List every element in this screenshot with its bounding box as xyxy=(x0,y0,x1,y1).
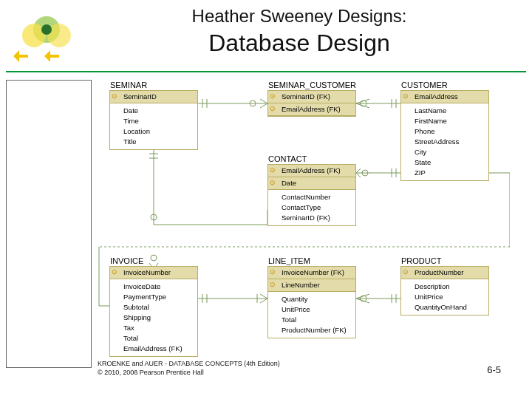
key-label: EmailAddress xyxy=(415,92,458,100)
svg-point-33 xyxy=(151,255,157,261)
svg-point-3 xyxy=(41,24,52,35)
attr-field: Phone xyxy=(401,126,488,137)
key-label: LineNumber xyxy=(282,281,320,289)
key-icon: ⊙ xyxy=(270,104,276,113)
attr-field: FirstName xyxy=(401,116,488,126)
key-label: ProductNumber xyxy=(415,268,464,276)
attr-field: QuantityOnHand xyxy=(401,302,488,313)
key-field: ⊙ProductNumber xyxy=(401,267,488,279)
key-label: InvoiceNumber xyxy=(123,268,171,276)
key-icon: ⊙ xyxy=(270,166,276,174)
attr-field: StreetAddress xyxy=(401,137,488,147)
attr-field: Time xyxy=(110,116,197,126)
key-label: Date xyxy=(282,179,296,187)
attr-list: ContactNumberContactTypeSeminarID (FK) xyxy=(268,190,355,225)
key-label: EmailAddress (FK) xyxy=(282,105,341,113)
entity-invoice: INVOICE⊙InvoiceNumberInvoiceDatePaymentT… xyxy=(109,266,198,357)
footer-line2: © 2010, 2008 Pearson Prentice Hall xyxy=(98,368,280,377)
key-icon: ⊙ xyxy=(270,280,276,289)
attr-list: DateTimeLocationTitle xyxy=(110,103,197,149)
page-number: 6-5 xyxy=(487,364,501,375)
entity-seminar: SEMINAR⊙SeminarIDDateTimeLocationTitle xyxy=(109,90,198,150)
key-icon: ⊙ xyxy=(112,267,117,276)
svg-line-37 xyxy=(260,294,267,299)
attr-field: EmailAddress (FK) xyxy=(110,344,197,354)
attr-field: ZIP xyxy=(401,168,488,178)
svg-line-43 xyxy=(356,299,369,303)
attr-field: PaymentType xyxy=(110,292,197,302)
title-line1: Heather Sweeney Designs: xyxy=(89,6,510,27)
attr-list: LastNameFirstNamePhoneStreetAddressCityS… xyxy=(401,103,488,180)
key-icon: ⊙ xyxy=(270,92,276,100)
attr-field: InvoiceDate xyxy=(110,282,197,292)
attr-field: Shipping xyxy=(110,313,197,323)
key-field: ⊙Date xyxy=(268,177,355,190)
entity-product: PRODUCT⊙ProductNumberDescriptionUnitPric… xyxy=(400,266,489,316)
key-label: InvoiceNumber (FK) xyxy=(282,268,344,276)
key-field: ⊙SeminarID (FK) xyxy=(268,91,355,103)
attr-list: DescriptionUnitPriceQuantityOnHand xyxy=(401,279,488,315)
title-line2: Database Design xyxy=(89,30,510,57)
entity-name: PRODUCT xyxy=(401,256,441,265)
key-field: ⊙EmailAddress (FK) xyxy=(268,165,355,177)
key-field: ⊙InvoiceNumber (FK) xyxy=(268,267,355,279)
entity-name: CUSTOMER xyxy=(401,81,448,89)
key-label: EmailAddress (FK) xyxy=(282,166,341,174)
footer-line1: KROENKE and AUER - DATABASE CONCEPTS (4t… xyxy=(98,359,280,368)
svg-line-8 xyxy=(260,99,267,103)
svg-line-38 xyxy=(260,299,267,303)
key-field: ⊙EmailAddress xyxy=(401,91,488,103)
attr-field: ContactNumber xyxy=(268,192,355,202)
attr-field: Quantity xyxy=(268,294,355,304)
attr-field: Description xyxy=(401,282,488,292)
attr-field: State xyxy=(401,157,488,168)
svg-line-27 xyxy=(356,173,361,177)
attr-field: Date xyxy=(110,106,197,116)
key-label: SeminarID xyxy=(123,92,157,100)
attr-field: SeminarID (FK) xyxy=(268,213,355,223)
key-field: ⊙LineNumber xyxy=(268,279,355,292)
svg-line-13 xyxy=(356,103,369,108)
entity-customer: CUSTOMER⊙EmailAddressLastNameFirstNamePh… xyxy=(400,90,489,181)
entity-name: LINE_ITEM xyxy=(268,256,310,265)
entity-name: SEMINAR xyxy=(110,81,147,89)
left-bullet-panel xyxy=(6,80,92,368)
attr-field: ContactType xyxy=(268,202,355,213)
attr-list: InvoiceDatePaymentTypeSubtotalShippingTa… xyxy=(110,279,197,356)
key-icon: ⊙ xyxy=(403,92,409,100)
entity-seminar_customer: SEMINAR_CUSTOMER⊙SeminarID (FK)⊙EmailAdd… xyxy=(267,90,356,117)
entity-contact: CONTACT⊙EmailAddress (FK)⊙DateContactNum… xyxy=(267,164,356,226)
attr-list: QuantityUnitPriceTotalProductNumber (FK) xyxy=(268,292,355,338)
key-icon: ⊙ xyxy=(112,92,117,100)
attr-field: Total xyxy=(268,315,355,325)
footer-citation: KROENKE and AUER - DATABASE CONCEPTS (4t… xyxy=(98,359,280,377)
key-label: SeminarID (FK) xyxy=(282,92,330,100)
attr-field: UnitPrice xyxy=(401,292,488,302)
attr-field: City xyxy=(401,147,488,157)
key-icon: ⊙ xyxy=(270,178,276,187)
key-icon: ⊙ xyxy=(270,267,276,276)
attr-field: Subtotal xyxy=(110,302,197,313)
key-field: ⊙SeminarID xyxy=(110,91,197,103)
svg-line-26 xyxy=(356,168,361,173)
logo-decoration xyxy=(13,13,80,65)
er-diagram: SEMINAR⊙SeminarIDDateTimeLocationTitleSE… xyxy=(96,77,510,365)
title-block: Heather Sweeney Designs: Database Design xyxy=(89,6,510,57)
entity-name: CONTACT xyxy=(268,154,307,163)
attr-field: LastName xyxy=(401,106,488,116)
svg-line-9 xyxy=(260,103,267,108)
divider-line xyxy=(6,71,526,72)
entity-name: INVOICE xyxy=(110,256,143,265)
entity-name: SEMINAR_CUSTOMER xyxy=(268,81,356,89)
svg-line-42 xyxy=(356,294,369,299)
key-field: ⊙InvoiceNumber xyxy=(110,267,197,279)
attr-field: ProductNumber (FK) xyxy=(268,325,355,335)
key-icon: ⊙ xyxy=(403,267,409,276)
attr-field: Location xyxy=(110,126,197,137)
attr-field: UnitPrice xyxy=(268,304,355,315)
svg-line-12 xyxy=(356,99,369,103)
attr-field: Title xyxy=(110,137,197,147)
entity-line_item: LINE_ITEM⊙InvoiceNumber (FK)⊙LineNumberQ… xyxy=(267,266,356,338)
attr-field: Total xyxy=(110,333,197,344)
attr-field: Tax xyxy=(110,323,197,333)
